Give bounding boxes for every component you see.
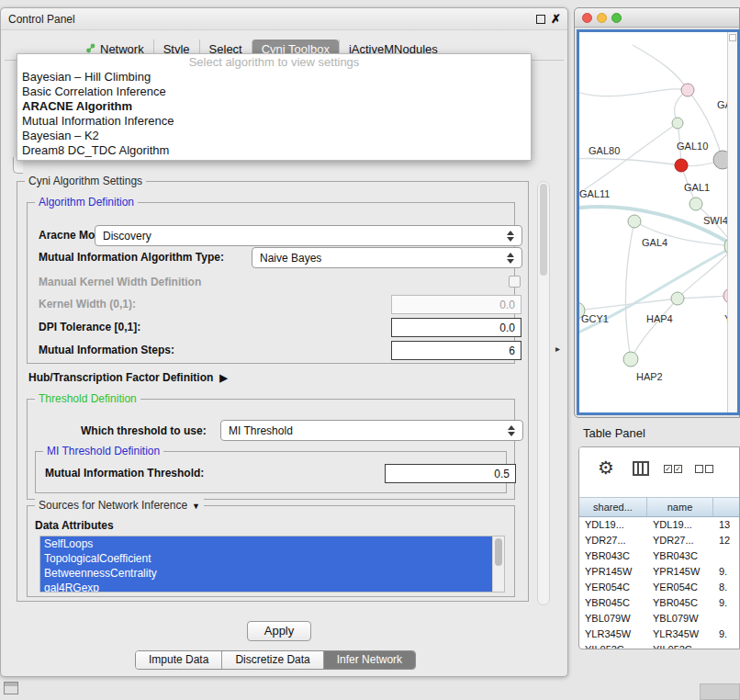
checked-box-icon: ✓ [664,465,672,473]
minimize-traffic-light-icon[interactable] [597,13,607,23]
select-all-icon[interactable]: ✓ ✓ [664,465,682,473]
network-node[interactable] [681,84,694,96]
table-cell: YBL079W [647,611,713,627]
bottom-tab-discretize-data[interactable]: Discretize Data [221,651,322,669]
network-node[interactable] [671,292,684,305]
table-cell: YER054C [647,580,713,595]
chevron-down-icon[interactable]: ▼ [192,502,200,511]
gear-icon[interactable]: ⚙ [598,457,614,479]
network-edge [579,158,681,165]
table-cell: 9. [713,564,739,580]
network-node[interactable] [672,118,683,129]
deselect-all-icon[interactable] [695,465,713,473]
apply-button[interactable]: Apply [247,621,311,641]
algorithm-definition-group: Algorithm Definition Aracne Mode: Discov… [27,202,515,364]
dropdown-option-aracne-algorithm[interactable]: ARACNE Algorithm [17,99,531,114]
cyni-algorithm-settings-group: Cyni Algorithm Settings Algorithm Defini… [17,181,529,602]
hub-transcription-factor-section[interactable]: Hub/Transcription Factor Definition▶ [28,371,228,384]
dropdown-placeholder: Select algorithm to view settings [17,55,531,70]
float-window-icon[interactable] [536,15,545,24]
window-title: Control Panel [8,13,75,26]
columns-icon[interactable] [633,461,649,476]
table-row[interactable]: YLR345WYLR345W9. [579,627,739,642]
table-row[interactable]: YDL19...YDL19...13 [579,517,739,533]
table-row[interactable]: YPR145WYPR145W9. [579,564,739,580]
table-row[interactable]: YIL052CYIL052C [579,642,739,649]
control-panel-titlebar[interactable]: Control Panel ✗ [1,8,567,30]
panel-splitter-chevron-icon[interactable]: ▸ [555,344,560,354]
dpi-tolerance-input[interactable] [391,318,521,337]
combo-arrows-icon [507,231,515,242]
node-label-swi4: SWI4 [703,215,728,226]
manual-kernel-width-checkbox[interactable] [509,276,521,288]
table-row[interactable]: YBR045CYBR045C9. [579,595,739,611]
empty-box-icon [705,465,713,473]
table-cell: YDL19... [579,517,647,533]
mi-threshold-input[interactable] [385,464,516,483]
corner-resize-area [700,683,740,700]
close-icon[interactable]: ✗ [551,12,561,26]
network-window-titlebar[interactable] [575,8,739,28]
network-edge [678,296,729,299]
network-edge [633,45,688,90]
list-scrollbar-thumb[interactable] [495,538,502,566]
table-cell: YIL052C [647,642,713,649]
dropdown-option-dream8-dc-tdc-algorithm[interactable]: Dream8 DC_TDC Algorithm [17,143,531,158]
which-threshold-select[interactable]: MI Threshold [220,420,523,441]
table-cell: 8. [713,580,739,595]
network-node[interactable] [623,352,638,367]
bottom-tab-infer-network[interactable]: Infer Network [323,651,415,669]
algorithm-definition-title: Algorithm Definition [35,196,138,209]
network-node[interactable] [675,159,688,172]
column-header-2[interactable]: name [647,498,713,516]
table-row[interactable]: YDR27...YDR27...12 [579,533,739,548]
settings-scrollbar[interactable] [537,181,550,605]
settings-scrollbar-thumb[interactable] [540,184,547,276]
dropdown-option-bayesian-k2[interactable]: Bayesian – K2 [17,129,531,143]
table-row[interactable]: YBR043CYBR043C [579,548,739,564]
bottom-tab-impute-data[interactable]: Impute Data [136,651,221,669]
network-node[interactable] [690,198,702,210]
threshold-definition-group: Threshold Definition Which threshold to … [27,399,515,500]
attribute-item-gal4rgexp[interactable]: gal4RGexp [40,581,492,593]
sources-title-text: Sources for Network Inference [39,499,187,512]
dropdown-option-bayesian-hill-climbing[interactable]: Bayesian – Hill Climbing [17,70,531,85]
network-canvas[interactable]: GALGAL80GAL10GAL11GAL1SWI4GAL4GCY1HAP4YH… [579,32,729,414]
network-scrollbar-button[interactable] [729,34,736,41]
dropdown-option-basic-correlation-inference[interactable]: Basic Correlation Inference [17,85,531,99]
node-label-gal11: GAL11 [579,188,610,199]
chevron-right-icon[interactable]: ▶ [219,372,227,383]
kernel-width-input[interactable] [391,295,521,314]
column-header-1[interactable]: shared... [579,498,647,516]
table-body: YDL19...YDL19...13YDR27...YDR27...12YBR0… [579,517,739,649]
control-panel-window: Control Panel ✗ NetworkStyleSelectCyni T… [0,7,568,677]
data-attributes-list[interactable]: SelfLoopsTopologicalCoefficientBetweenne… [39,536,505,593]
attribute-item-topologicalcoefficient[interactable]: TopologicalCoefficient [40,551,492,566]
mi-steps-input[interactable] [391,341,521,360]
attribute-item-selfloops[interactable]: SelfLoops [40,536,492,551]
mi-algorithm-type-select[interactable]: Naive Bayes [252,247,522,268]
network-node[interactable] [628,215,641,228]
column-header-3[interactable] [713,498,739,516]
network-canvas-frame: GALGAL80GAL10GAL11GAL1SWI4GAL4GCY1HAP4YH… [577,29,740,415]
table-panel-window: ⚙ ✓ ✓ shared...name YDL19...YDL19...13YD… [578,446,740,649]
list-scrollbar[interactable] [492,536,504,592]
table-cell [713,642,739,649]
minimized-panel-icon[interactable] [4,682,18,694]
table-row[interactable]: YER054CYER054C8. [579,580,739,595]
table-row[interactable]: YBL079WYBL079W [579,611,739,627]
mi-algorithm-type-value: Naive Bayes [260,252,321,265]
table-cell: 9. [713,595,739,611]
dropdown-option-mutual-information-inference[interactable]: Mutual Information Inference [17,114,531,129]
table-cell: YDL19... [647,517,713,533]
network-view-window: GALGAL80GAL10GAL11GAL1SWI4GAL4GCY1HAP4YH… [574,7,740,418]
sources-title: Sources for Network Inference▼ [35,499,204,514]
zoom-traffic-light-icon[interactable] [611,13,622,23]
mi-threshold-definition-title: MI Threshold Definition [43,445,163,458]
node-label-gal10: GAL10 [677,141,708,152]
close-traffic-light-icon[interactable] [582,13,592,23]
network-scrollbar[interactable] [727,32,737,412]
attribute-item-betweennesscentrality[interactable]: BetweennessCentrality [40,566,492,581]
which-threshold-value: MI Threshold [229,424,293,437]
aracne-mode-select[interactable]: Discovery [95,225,522,246]
